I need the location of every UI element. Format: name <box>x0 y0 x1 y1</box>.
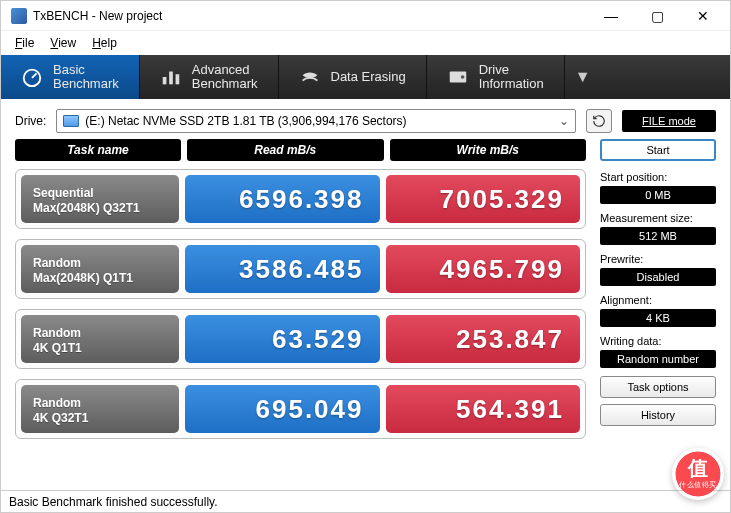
tab-data-erasing[interactable]: Data Erasing <box>279 55 427 99</box>
header-write: Write mB/s <box>390 139 587 161</box>
close-button[interactable]: ✕ <box>680 1 726 31</box>
minimize-button[interactable]: — <box>588 1 634 31</box>
drive-bar: Drive: (E:) Netac NVMe SSD 2TB 1.81 TB (… <box>1 99 730 139</box>
tab-drive-information[interactable]: Drive Information <box>427 55 565 99</box>
svg-rect-2 <box>169 72 173 85</box>
file-mode-button[interactable]: FILE mode <box>622 110 716 132</box>
result-row: Random4K Q1T1 63.529 253.847 <box>15 309 586 369</box>
svg-rect-3 <box>175 74 179 84</box>
chevron-down-icon: ⌄ <box>559 114 569 128</box>
history-button[interactable]: History <box>600 404 716 426</box>
watermark-char: 值 <box>688 458 708 478</box>
writing-data-label: Writing data: <box>600 335 716 347</box>
result-row: RandomMax(2048K) Q1T1 3586.485 4965.799 <box>15 239 586 299</box>
menu-view[interactable]: View <box>42 34 84 52</box>
result-row: SequentialMax(2048K) Q32T1 6596.398 7005… <box>15 169 586 229</box>
menu-file[interactable]: File <box>7 34 42 52</box>
prewrite-label: Prewrite: <box>600 253 716 265</box>
header-task: Task name <box>15 139 181 161</box>
svg-point-5 <box>460 75 464 79</box>
task-cell: SequentialMax(2048K) Q32T1 <box>21 175 179 223</box>
read-value: 3586.485 <box>185 245 380 293</box>
read-value: 695.049 <box>185 385 380 433</box>
task-cell: Random4K Q1T1 <box>21 315 179 363</box>
drive-label: Drive: <box>15 114 46 128</box>
results-panel: Task name Read mB/s Write mB/s Sequentia… <box>15 139 586 449</box>
measurement-size-label: Measurement size: <box>600 212 716 224</box>
side-panel: Start Start position: 0 MB Measurement s… <box>600 139 716 449</box>
tab-advanced-benchmark[interactable]: Advanced Benchmark <box>140 55 279 99</box>
alignment-label: Alignment: <box>600 294 716 306</box>
task-options-button[interactable]: Task options <box>600 376 716 398</box>
drive-selected-text: (E:) Netac NVMe SSD 2TB 1.81 TB (3,906,9… <box>85 114 553 128</box>
tab-label: Data Erasing <box>331 70 406 84</box>
bar-chart-icon <box>160 66 182 88</box>
start-position-label: Start position: <box>600 171 716 183</box>
write-value: 564.391 <box>386 385 581 433</box>
drive-icon <box>447 66 469 88</box>
drive-select[interactable]: (E:) Netac NVMe SSD 2TB 1.81 TB (3,906,9… <box>56 109 576 133</box>
writing-data-value[interactable]: Random number <box>600 350 716 368</box>
read-value: 63.529 <box>185 315 380 363</box>
maximize-button[interactable]: ▢ <box>634 1 680 31</box>
watermark-sub: 什么值得买 <box>679 480 717 490</box>
write-value: 7005.329 <box>386 175 581 223</box>
task-cell: RandomMax(2048K) Q1T1 <box>21 245 179 293</box>
start-position-value[interactable]: 0 MB <box>600 186 716 204</box>
app-icon <box>11 8 27 24</box>
tab-overflow-button[interactable]: ▼ <box>565 55 601 99</box>
write-value: 4965.799 <box>386 245 581 293</box>
prewrite-value[interactable]: Disabled <box>600 268 716 286</box>
measurement-size-value[interactable]: 512 MB <box>600 227 716 245</box>
disk-icon <box>63 115 79 127</box>
menubar: File View Help <box>1 31 730 55</box>
start-button[interactable]: Start <box>600 139 716 161</box>
result-row: Random4K Q32T1 695.049 564.391 <box>15 379 586 439</box>
task-cell: Random4K Q32T1 <box>21 385 179 433</box>
tab-label: Basic Benchmark <box>53 63 119 92</box>
tab-label: Advanced Benchmark <box>192 63 258 92</box>
window-title: TxBENCH - New project <box>33 9 588 23</box>
svg-rect-1 <box>163 77 167 84</box>
status-text: Basic Benchmark finished successfully. <box>9 495 218 509</box>
status-bar: Basic Benchmark finished successfully. <box>1 490 730 512</box>
watermark-badge: 值 什么值得买 <box>672 448 724 500</box>
erase-icon <box>299 66 321 88</box>
gauge-icon <box>21 66 43 88</box>
titlebar: TxBENCH - New project — ▢ ✕ <box>1 1 730 31</box>
tab-basic-benchmark[interactable]: Basic Benchmark <box>1 55 140 99</box>
refresh-button[interactable] <box>586 109 612 133</box>
read-value: 6596.398 <box>185 175 380 223</box>
alignment-value[interactable]: 4 KB <box>600 309 716 327</box>
refresh-icon <box>592 114 606 128</box>
tabbar: Basic Benchmark Advanced Benchmark Data … <box>1 55 730 99</box>
menu-help[interactable]: Help <box>84 34 125 52</box>
write-value: 253.847 <box>386 315 581 363</box>
header-read: Read mB/s <box>187 139 384 161</box>
tab-label: Drive Information <box>479 63 544 92</box>
